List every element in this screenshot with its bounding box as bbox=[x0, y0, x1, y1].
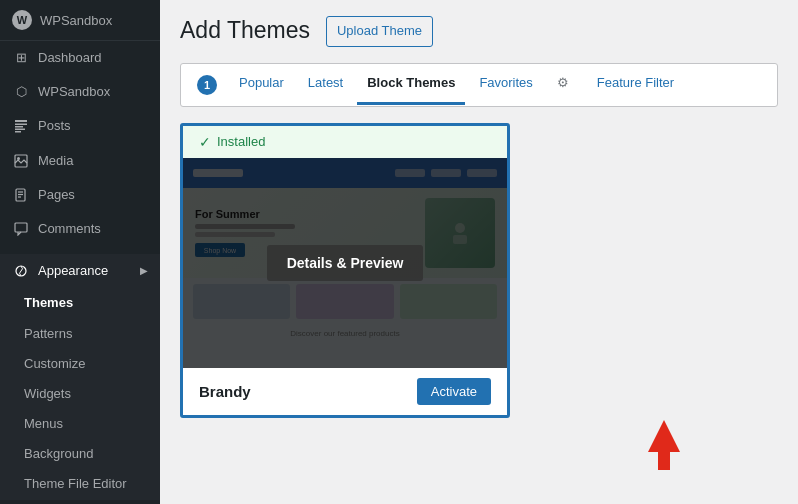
svg-rect-4 bbox=[15, 131, 21, 133]
patterns-label: Patterns bbox=[24, 325, 72, 343]
sidebar-item-label: Media bbox=[38, 152, 73, 170]
page-header: Add Themes Upload Theme bbox=[180, 16, 778, 47]
pages-icon bbox=[12, 186, 30, 204]
sidebar: W WPSandbox ⊞ Dashboard ⬡ WPSandbox Post… bbox=[0, 0, 160, 504]
page-title: Add Themes bbox=[180, 16, 310, 46]
posts-icon bbox=[12, 117, 30, 135]
tabs-bar: 1 Popular Latest Block Themes Favorites … bbox=[180, 63, 778, 107]
sidebar-item-label: Comments bbox=[38, 220, 101, 238]
sidebar-item-label: WPSandbox bbox=[38, 83, 110, 101]
sidebar-item-label: Appearance bbox=[38, 262, 108, 280]
arrow-container bbox=[180, 418, 778, 473]
tab-latest[interactable]: Latest bbox=[298, 64, 353, 105]
theme-file-editor-label: Theme File Editor bbox=[24, 475, 127, 493]
svg-rect-0 bbox=[15, 120, 27, 122]
sidebar-item-patterns[interactable]: Patterns bbox=[0, 319, 160, 349]
appearance-submenu: Themes Patterns Customize Widgets Menus … bbox=[0, 288, 160, 499]
sidebar-item-label: Pages bbox=[38, 186, 75, 204]
arrow-head bbox=[648, 420, 680, 452]
comments-icon bbox=[12, 220, 30, 238]
sidebar-item-menus[interactable]: Menus bbox=[0, 409, 160, 439]
gear-icon: ⚙ bbox=[547, 64, 579, 105]
tab-feature-filter[interactable]: Feature Filter bbox=[587, 64, 684, 105]
installed-bar: ✓ Installed bbox=[183, 126, 507, 158]
upload-theme-button[interactable]: Upload Theme bbox=[326, 16, 433, 47]
dashboard-icon: ⊞ bbox=[12, 49, 30, 67]
sidebar-item-background[interactable]: Background bbox=[0, 439, 160, 469]
sidebar-item-label: Posts bbox=[38, 117, 71, 135]
activate-button[interactable]: Activate bbox=[417, 378, 491, 405]
arrow-tail bbox=[658, 452, 670, 470]
sidebar-item-theme-file-editor[interactable]: Theme File Editor bbox=[0, 469, 160, 499]
sidebar-item-themes[interactable]: Themes bbox=[0, 288, 160, 318]
svg-rect-11 bbox=[15, 223, 27, 232]
tab-popular[interactable]: Popular bbox=[229, 64, 294, 105]
theme-preview: For Summer Shop Now bbox=[183, 158, 507, 368]
wpsandbox-icon: ⬡ bbox=[12, 83, 30, 101]
details-preview-button[interactable]: Details & Preview bbox=[267, 245, 424, 281]
sidebar-item-customize[interactable]: Customize bbox=[0, 349, 160, 379]
themes-label: Themes bbox=[24, 294, 73, 312]
tab-favorites[interactable]: Favorites bbox=[469, 64, 542, 105]
svg-rect-1 bbox=[15, 124, 27, 126]
sidebar-item-pages[interactable]: Pages bbox=[0, 178, 160, 212]
sidebar-logo: W WPSandbox bbox=[0, 0, 160, 41]
theme-overlay: Details & Preview bbox=[183, 158, 507, 368]
menus-label: Menus bbox=[24, 415, 63, 433]
sidebar-item-appearance[interactable]: Appearance ▶ bbox=[0, 254, 160, 288]
arrow-up-indicator bbox=[648, 420, 680, 470]
appearance-icon bbox=[12, 262, 30, 280]
svg-point-6 bbox=[17, 157, 20, 160]
site-name-label: WPSandbox bbox=[40, 13, 112, 28]
customize-label: Customize bbox=[24, 355, 85, 373]
wordpress-icon: W bbox=[12, 10, 32, 30]
theme-name: Brandy bbox=[199, 383, 251, 400]
sidebar-item-comments[interactable]: Comments bbox=[0, 212, 160, 246]
checkmark-icon: ✓ bbox=[199, 134, 211, 150]
tab-block-themes[interactable]: Block Themes bbox=[357, 64, 465, 105]
sidebar-item-media[interactable]: Media bbox=[0, 144, 160, 178]
theme-footer: Brandy Activate bbox=[183, 368, 507, 415]
sidebar-item-label: Dashboard bbox=[38, 49, 102, 67]
widgets-label: Widgets bbox=[24, 385, 71, 403]
installed-label: Installed bbox=[217, 134, 265, 149]
svg-rect-2 bbox=[15, 126, 23, 128]
tab-badge: 1 bbox=[197, 75, 217, 95]
chevron-icon: ▶ bbox=[140, 264, 148, 278]
media-icon bbox=[12, 152, 30, 170]
sidebar-item-widgets[interactable]: Widgets bbox=[0, 379, 160, 409]
svg-rect-3 bbox=[15, 129, 25, 131]
main-content: Add Themes Upload Theme 1 Popular Latest… bbox=[160, 0, 798, 504]
sidebar-item-dashboard[interactable]: ⊞ Dashboard bbox=[0, 41, 160, 75]
theme-card-brandy: ✓ Installed bbox=[180, 123, 510, 418]
sidebar-item-wpsandbox[interactable]: ⬡ WPSandbox bbox=[0, 75, 160, 109]
background-label: Background bbox=[24, 445, 93, 463]
themes-grid: ✓ Installed bbox=[180, 123, 778, 418]
sidebar-item-posts[interactable]: Posts bbox=[0, 109, 160, 143]
